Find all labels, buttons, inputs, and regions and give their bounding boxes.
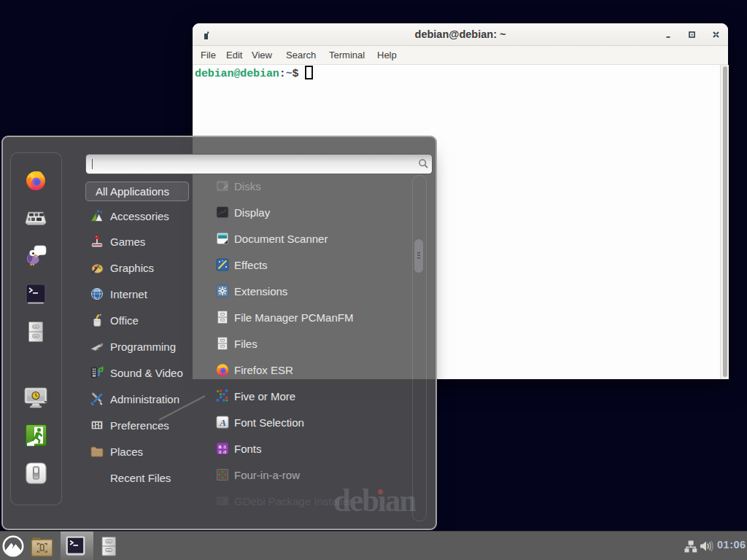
svg-text:a: a bbox=[223, 448, 226, 455]
svg-text:A: A bbox=[219, 417, 226, 428]
svg-text:a: a bbox=[219, 449, 222, 454]
